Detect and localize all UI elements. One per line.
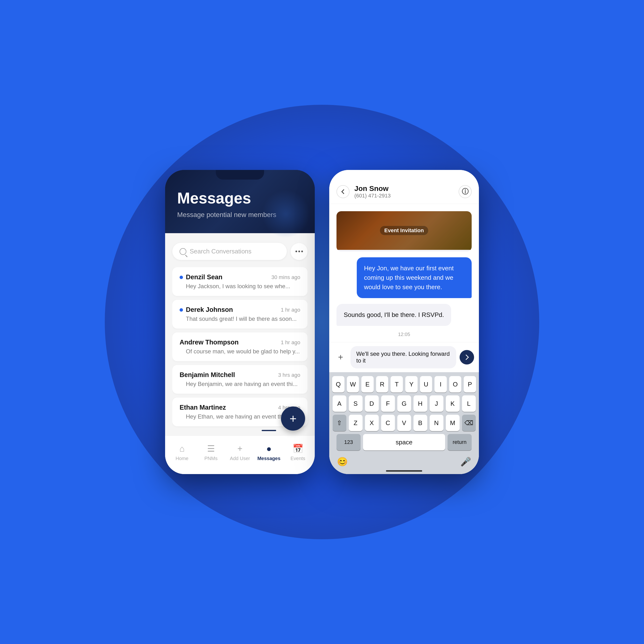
- key-R[interactable]: R: [376, 376, 388, 392]
- key-A[interactable]: A: [333, 395, 346, 412]
- event-invitation-label: Event Invitation: [380, 226, 428, 235]
- chat-area: Event Invitation RSVP Now - Sigma Alpha …: [329, 204, 479, 342]
- key-space[interactable]: space: [363, 434, 445, 450]
- key-U[interactable]: U: [420, 376, 432, 392]
- key-F[interactable]: F: [381, 395, 395, 412]
- right-phone-inner: Jon Snow (601) 471-2913 ⓘ Event Invitati…: [329, 170, 479, 474]
- on-screen-keyboard: Q W E R T Y U I O P A S D F G H: [329, 372, 479, 474]
- nav-events-label: Events: [290, 456, 305, 461]
- right-home-indicator: [386, 470, 422, 472]
- key-G[interactable]: G: [397, 395, 411, 412]
- key-P[interactable]: P: [464, 376, 476, 392]
- key-I[interactable]: I: [434, 376, 447, 392]
- list-item[interactable]: Denzil Sean 30 mins ago Hey Jackson, I w…: [172, 267, 308, 296]
- key-123[interactable]: 123: [336, 434, 361, 450]
- messages-title: Messages: [177, 189, 303, 207]
- key-S[interactable]: S: [349, 395, 363, 412]
- key-J[interactable]: J: [430, 395, 443, 412]
- dot-3: [301, 251, 303, 252]
- key-Y[interactable]: Y: [405, 376, 418, 392]
- key-shift[interactable]: ⇧: [333, 415, 346, 431]
- list-item[interactable]: Derek Johnson 1 hr ago That sounds great…: [172, 300, 308, 329]
- key-D[interactable]: D: [365, 395, 379, 412]
- conv-name-2: Derek Johnson: [180, 306, 233, 314]
- conv-preview-4: Hey Benjamin, we are having an event thi…: [180, 381, 300, 387]
- key-V[interactable]: V: [397, 415, 411, 431]
- more-button[interactable]: [291, 243, 308, 260]
- nav-messages[interactable]: ● Messages: [254, 444, 283, 461]
- back-arrow-icon: [341, 189, 346, 194]
- events-icon: 📅: [293, 444, 303, 454]
- nav-add-user[interactable]: + Add User: [225, 444, 254, 461]
- messages-nav-icon: ●: [266, 444, 272, 454]
- conv-top-4: Benjamin Mitchell 3 hrs ago: [180, 371, 300, 379]
- key-B[interactable]: B: [413, 415, 427, 431]
- conv-top-5: Ethan Martinez 4 hrs ago: [180, 404, 300, 411]
- nav-pnms-label: PNMs: [204, 456, 217, 461]
- message-input[interactable]: We'll see you there. Looking forward to …: [350, 346, 456, 368]
- conv-time-2: 1 hr ago: [281, 307, 300, 313]
- key-Q[interactable]: Q: [332, 376, 344, 392]
- nav-home[interactable]: ⌂ Home: [168, 444, 196, 461]
- key-L[interactable]: L: [462, 395, 476, 412]
- event-card[interactable]: Event Invitation RSVP Now - Sigma Alpha …: [336, 211, 472, 252]
- attach-button[interactable]: +: [334, 351, 347, 364]
- key-return[interactable]: return: [448, 434, 472, 450]
- key-C[interactable]: C: [381, 415, 395, 431]
- list-item[interactable]: Benjamin Mitchell 3 hrs ago Hey Benjamin…: [172, 365, 308, 394]
- timestamp: 12:05: [398, 332, 410, 337]
- message-input-area: + We'll see you there. Looking forward t…: [329, 342, 479, 372]
- messages-subtitle: Message potential new members: [177, 211, 303, 219]
- key-E[interactable]: E: [361, 376, 374, 392]
- info-button[interactable]: ⓘ: [459, 185, 472, 198]
- key-T[interactable]: T: [391, 376, 403, 392]
- search-bar[interactable]: Search Conversations: [172, 243, 287, 260]
- conv-time-1: 30 mins ago: [271, 274, 300, 280]
- send-arrow-icon: [463, 355, 469, 360]
- key-backspace[interactable]: ⌫: [462, 415, 476, 431]
- event-card-body: RSVP Now - Sigma Alpha Epsilon invited y…: [336, 250, 472, 252]
- fab-add-button[interactable]: +: [281, 406, 305, 431]
- conv-time-3: 1 hr ago: [281, 339, 300, 346]
- microphone-button[interactable]: 🎤: [460, 457, 471, 467]
- phones-container: Messages Message potential new members S…: [165, 170, 479, 474]
- key-H[interactable]: H: [413, 395, 427, 412]
- send-button[interactable]: [460, 350, 474, 364]
- conv-top-3: Andrew Thompson 1 hr ago: [180, 339, 300, 346]
- key-X[interactable]: X: [365, 415, 379, 431]
- chat-bubble-in-1: Sounds good, I'll be there. I RSVPd.: [336, 304, 451, 326]
- event-image-overlay: Event Invitation: [336, 211, 472, 250]
- right-phone-notch: [380, 170, 428, 180]
- search-input[interactable]: Search Conversations: [190, 248, 252, 255]
- keyboard-row-4: 123 space return: [332, 434, 476, 450]
- back-button[interactable]: [336, 185, 350, 198]
- key-Z[interactable]: Z: [349, 415, 363, 431]
- keyboard-row-1: Q W E R T Y U I O P: [332, 376, 476, 392]
- nav-pnms[interactable]: ☰ PNMs: [196, 444, 225, 461]
- key-W[interactable]: W: [347, 376, 359, 392]
- event-image: Event Invitation: [336, 211, 472, 250]
- conv-top-2: Derek Johnson 1 hr ago: [180, 306, 300, 314]
- pnms-icon: ☰: [207, 444, 215, 454]
- conv-preview-3: Of course man, we would be glad to help …: [180, 348, 300, 355]
- nav-add-user-label: Add User: [230, 456, 250, 461]
- contact-name: Jon Snow: [354, 184, 454, 193]
- key-K[interactable]: K: [446, 395, 460, 412]
- key-M[interactable]: M: [446, 415, 460, 431]
- nav-events[interactable]: 📅 Events: [283, 444, 312, 461]
- emoji-button[interactable]: 😊: [337, 457, 348, 467]
- dot-1: [295, 251, 297, 252]
- keyboard-row-3: ⇧ Z X C V B N M ⌫: [332, 415, 476, 431]
- chat-bubble-out-1: Hey Jon, we have our first event coming …: [357, 257, 472, 298]
- key-N[interactable]: N: [430, 415, 443, 431]
- list-item[interactable]: Andrew Thompson 1 hr ago Of course man, …: [172, 332, 308, 361]
- unread-dot-2: [180, 308, 183, 312]
- keyboard-row-2: A S D F G H J K L: [332, 395, 476, 412]
- unread-dot-1: [180, 276, 183, 279]
- contact-info: Jon Snow (601) 471-2913: [354, 184, 454, 199]
- bottom-nav: ⌂ Home ☰ PNMs + Add User ● Messages �: [165, 435, 315, 474]
- fab-plus-icon: +: [289, 413, 296, 425]
- conv-name-4: Benjamin Mitchell: [180, 371, 235, 379]
- key-O[interactable]: O: [449, 376, 462, 392]
- nav-messages-label: Messages: [257, 456, 280, 461]
